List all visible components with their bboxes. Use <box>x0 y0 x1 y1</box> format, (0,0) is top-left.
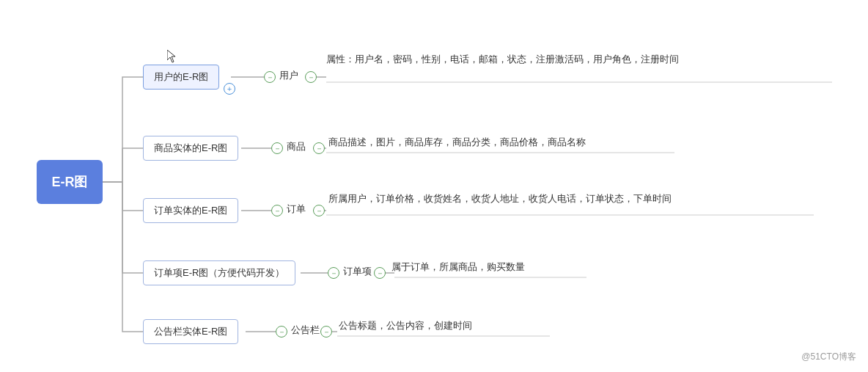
collapse-btn-b1-2[interactable]: － <box>305 71 317 83</box>
collapse-btn-b4-1[interactable]: － <box>328 267 339 279</box>
leaf-label-product: 商品 <box>287 140 306 153</box>
attr-text-product: 商品描述，图片，商品库存，商品分类，商品价格，商品名称 <box>328 136 586 150</box>
branch-node-user-er[interactable]: 用户的E-R图 <box>143 65 219 90</box>
branch-node-orderitem-er[interactable]: 订单项E-R图（方便代码开发） <box>143 260 295 285</box>
branch-label-product-er: 商品实体的E-R图 <box>154 142 227 153</box>
collapse-btn-b1-1[interactable]: － <box>264 71 276 83</box>
branch-label-user-er: 用户的E-R图 <box>154 71 208 82</box>
collapse-btn-b3-1[interactable]: － <box>271 205 283 216</box>
branch-label-notice-er: 公告栏实体E-R图 <box>154 326 227 337</box>
attr-text-order: 所属用户，订单价格，收货姓名，收货人地址，收货人电话，订单状态，下单时间 <box>328 192 672 206</box>
leaf-label-orderitem: 订单项 <box>343 265 372 278</box>
root-label: E-R图 <box>52 173 88 191</box>
branch-node-notice-er[interactable]: 公告栏实体E-R图 <box>143 319 238 344</box>
diagram-container: E-R图 用户的E-R图 + 商品实体的E-R图 订单实体的E-R图 订单项E-… <box>0 0 868 372</box>
attr-text-orderitem: 属于订单，所属商品，购买数量 <box>391 260 525 274</box>
attr-text-notice: 公告标题，公告内容，创建时间 <box>339 319 472 333</box>
leaf-label-notice: 公告栏 <box>291 324 320 337</box>
collapse-btn-b5-2[interactable]: － <box>320 326 332 338</box>
svg-marker-15 <box>167 50 175 62</box>
leaf-label-user: 用户 <box>279 69 298 82</box>
expand-btn-user-er[interactable]: + <box>224 83 235 95</box>
branch-label-order-er: 订单实体的E-R图 <box>154 205 227 216</box>
branch-node-product-er[interactable]: 商品实体的E-R图 <box>143 136 238 161</box>
collapse-btn-b3-2[interactable]: － <box>313 205 325 216</box>
branch-node-order-er[interactable]: 订单实体的E-R图 <box>143 198 238 223</box>
collapse-btn-b2-2[interactable]: － <box>313 142 325 154</box>
collapse-btn-b2-1[interactable]: － <box>271 142 283 154</box>
cursor <box>167 50 176 63</box>
collapse-btn-b4-2[interactable]: － <box>374 267 386 279</box>
leaf-label-order: 订单 <box>287 203 306 216</box>
attr-text-user: 属性：用户名，密码，性别，电话，邮箱，状态，注册激活码，用户角色，注册时间 <box>326 53 679 67</box>
watermark: @51CTO博客 <box>801 351 856 363</box>
collapse-btn-b5-1[interactable]: － <box>276 326 287 338</box>
root-node: E-R图 <box>37 160 103 204</box>
branch-label-orderitem-er: 订单项E-R图（方便代码开发） <box>154 267 284 278</box>
